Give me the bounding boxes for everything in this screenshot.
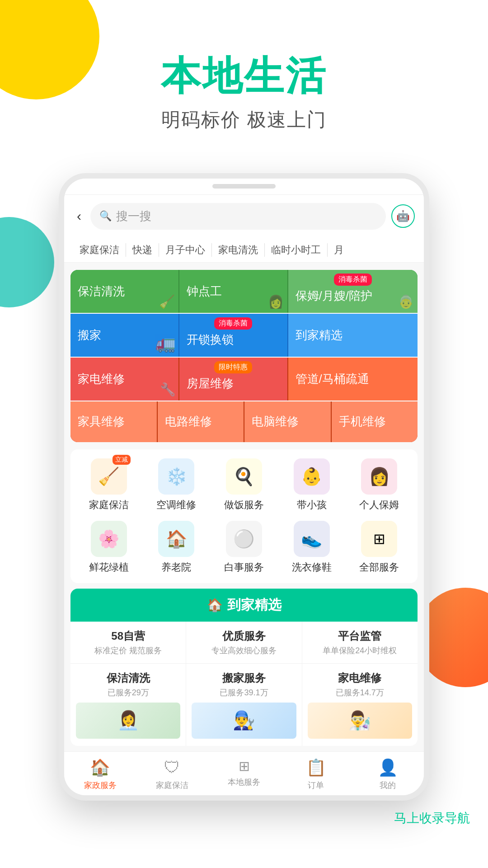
icon-row-1: 🧹 立减 家庭保洁 ❄️ 空调维修 🍳 [75, 458, 413, 512]
stat-platform: 平台监管 单单保险24小时维权 [302, 622, 418, 663]
grid-cell-moving[interactable]: 搬家 🚛 [70, 314, 178, 357]
grid-cell-phone[interactable]: 手机维修 [332, 401, 418, 442]
card-appliance-served: 已服务14.7万 [336, 687, 384, 698]
all-services-icon: ⊞ [373, 530, 385, 547]
daojia-section: 🏠 到家精选 58自营 标准定价 规范服务 优质服务 专业高效细心服务 平台监管… [70, 589, 418, 746]
icon-label-nanny: 个人保姆 [359, 498, 399, 512]
icon-item-elderly[interactable]: 🏠 养老院 [149, 521, 203, 574]
service-grid: 保洁清洗 🧹 钟点工 👩 消毒杀菌 保姆/月嫂/陪护 👵 [70, 270, 418, 442]
grid-cell-house-repair[interactable]: 限时特惠 房屋维修 [179, 358, 287, 401]
icon-item-nanny[interactable]: 👩 个人保姆 [352, 458, 406, 512]
icon-nanny-box: 👩 [361, 458, 397, 495]
card-cleaning-title: 保洁清洗 [107, 671, 150, 685]
card-cleaning-image: 👩‍💼 [76, 703, 180, 739]
aircon-icon: ❄️ [166, 467, 187, 486]
grid-cell-hourly[interactable]: 钟点工 👩 [179, 270, 287, 313]
search-input-box[interactable]: 🔍 搜一搜 [90, 203, 386, 230]
home-cleaning-icon: 🧹 [98, 467, 119, 486]
grid-row-4: 家具维修 电路维修 电脑维修 手机维修 [70, 401, 418, 442]
icon-all-box: ⊞ [361, 521, 397, 557]
search-icon: 🔍 [99, 210, 112, 222]
cat-tab-hourly[interactable]: 临时小时工 [265, 243, 328, 257]
card-moving-image: 👨‍🔧 [192, 703, 296, 739]
cell-label-nanny: 保姆/月嫂/陪护 [296, 288, 372, 304]
nav-item-profile[interactable]: 👤 我的 [352, 758, 424, 791]
stat-self-operated: 58自营 标准定价 规范服务 [70, 622, 186, 663]
grid-cell-pipe[interactable]: 管道/马桶疏通 [288, 358, 418, 401]
stat-quality-main: 优质服务 [191, 629, 297, 643]
icon-item-home-cleaning[interactable]: 🧹 立减 家庭保洁 [82, 458, 136, 512]
icon-funeral-box: ⚪ [226, 521, 262, 557]
category-tabs: 家庭保洁 快递 月子中心 家电清洗 临时小时工 月 [64, 238, 424, 263]
badge-disinfect-2: 消毒杀菌 [214, 317, 252, 330]
flowers-icon: 🌸 [98, 529, 119, 549]
daojia-house-icon: 🏠 [207, 598, 223, 613]
icon-laundry-box: 👟 [294, 521, 330, 557]
grid-cell-appliance-repair[interactable]: 家电维修 🔧 [70, 358, 178, 401]
nanny-icon: 👩 [369, 467, 390, 486]
grid-cell-nanny[interactable]: 消毒杀菌 保姆/月嫂/陪护 👵 [288, 270, 418, 313]
back-button[interactable]: ‹ [73, 208, 85, 224]
cat-tab-cleaning[interactable]: 家庭保洁 [73, 243, 126, 257]
icon-row-2: 🌸 鲜花绿植 🏠 养老院 ⚪ 白事服务 [75, 521, 413, 574]
icon-item-cooking[interactable]: 🍳 做饭服务 [217, 458, 271, 512]
card-moving-served: 已服务39.1万 [220, 687, 268, 698]
icon-item-all[interactable]: ⊞ 全部服务 [352, 521, 406, 574]
cell-label-moving: 搬家 [78, 327, 101, 343]
card-cleaning[interactable]: 保洁清洗 已服务29万 👩‍💼 [70, 664, 186, 746]
icon-label-funeral: 白事服务 [224, 561, 264, 574]
grid-cell-electric[interactable]: 电路维修 [158, 401, 244, 442]
cat-tab-more[interactable]: 月 [328, 243, 350, 257]
nav-item-home[interactable]: 🏠 家政服务 [64, 758, 136, 791]
liji-badge: 立减 [113, 455, 131, 465]
stat-self-operated-sub: 标准定价 规范服务 [75, 645, 181, 656]
ai-assistant-icon[interactable]: 🤖 [391, 204, 415, 228]
cat-tab-appliance[interactable]: 家电清洗 [212, 243, 265, 257]
icon-label-childcare: 带小孩 [297, 498, 327, 512]
icon-item-childcare[interactable]: 👶 带小孩 [285, 458, 339, 512]
icon-label-elderly: 养老院 [161, 561, 191, 574]
nav-cleaning-label: 家庭保洁 [156, 780, 188, 791]
icon-label-flowers: 鲜花绿植 [89, 561, 129, 574]
nav-item-orders[interactable]: 📋 订单 [280, 758, 352, 791]
search-placeholder: 搜一搜 [116, 208, 151, 224]
cell-label-daojia: 到家精选 [296, 327, 343, 343]
card-appliance-image: 👨‍🔬 [308, 703, 412, 739]
card-moving[interactable]: 搬家服务 已服务39.1万 👨‍🔧 [186, 664, 302, 746]
icon-item-aircon[interactable]: ❄️ 空调维修 [149, 458, 203, 512]
nav-item-local[interactable]: ⊞ 本地服务 [208, 758, 280, 791]
header-section: 本地生活 明码标价 极速上门 [0, 0, 488, 160]
grid-cell-furniture[interactable]: 家具维修 [70, 401, 157, 442]
icon-item-flowers[interactable]: 🌸 鲜花绿植 [82, 521, 136, 574]
cat-tab-express[interactable]: 快递 [126, 243, 159, 257]
footer-right: 马上收录导航 [394, 810, 470, 827]
nav-item-cleaning[interactable]: 🛡 家庭保洁 [136, 758, 208, 791]
nav-local-icon: ⊞ [239, 758, 250, 774]
cell-label-house-repair: 房屋维修 [187, 376, 234, 392]
grid-cell-computer[interactable]: 电脑维修 [244, 401, 331, 442]
card-appliance-title: 家电维修 [338, 671, 381, 685]
cell-label-furniture: 家具维修 [78, 414, 125, 429]
footer: 马上收录导航 [0, 801, 488, 836]
nav-profile-icon: 👤 [378, 758, 398, 777]
grid-cell-cleaning[interactable]: 保洁清洗 🧹 [70, 270, 178, 313]
icon-label-laundry: 洗衣修鞋 [292, 561, 332, 574]
grid-row-1: 保洁清洗 🧹 钟点工 👩 消毒杀菌 保姆/月嫂/陪护 👵 [70, 270, 418, 313]
grid-cell-locksmith[interactable]: 消毒杀菌 开锁换锁 [179, 314, 287, 357]
cat-tab-maternity[interactable]: 月子中心 [159, 243, 212, 257]
card-appliance[interactable]: 家电维修 已服务14.7万 👨‍🔬 [302, 664, 418, 746]
nav-cleaning-icon: 🛡 [164, 758, 180, 777]
cell-label-phone: 手机维修 [339, 414, 386, 429]
icon-item-funeral[interactable]: ⚪ 白事服务 [217, 521, 271, 574]
daojia-title: 到家精选 [227, 596, 282, 614]
cell-label-computer: 电脑维修 [252, 414, 299, 429]
grid-cell-daojia[interactable]: 到家精选 [288, 314, 418, 357]
service-cards: 保洁清洗 已服务29万 👩‍💼 搬家服务 已服务39.1万 👨‍🔧 [70, 664, 418, 746]
nav-local-label: 本地服务 [228, 777, 260, 788]
notch-bar [212, 184, 276, 189]
icon-label-cooking: 做饭服务 [224, 498, 264, 512]
icon-childcare-box: 👶 [294, 458, 330, 495]
icon-item-laundry[interactable]: 👟 洗衣修鞋 [285, 521, 339, 574]
icon-label-aircon: 空调维修 [156, 498, 196, 512]
nav-home-icon: 🏠 [90, 758, 110, 777]
